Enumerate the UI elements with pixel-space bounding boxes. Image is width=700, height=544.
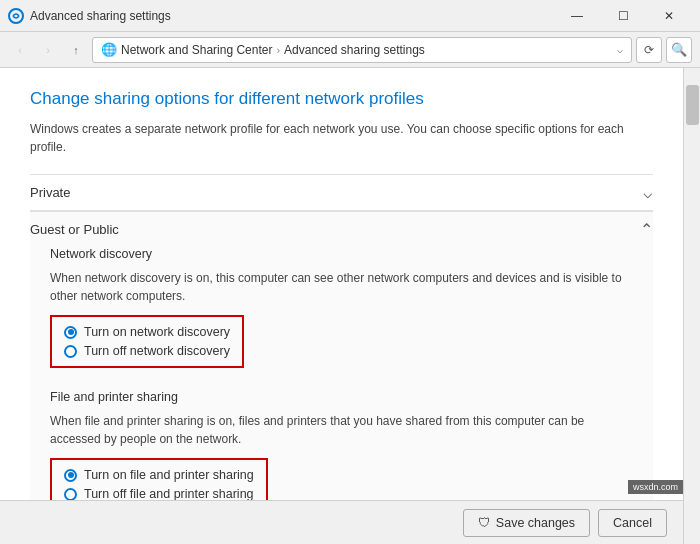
titlebar-controls: — ☐ ✕ [554, 0, 692, 32]
private-profile-label: Private [30, 185, 70, 200]
save-changes-label: Save changes [496, 516, 575, 530]
address-dropdown-icon[interactable]: ⌵ [617, 44, 623, 55]
turn-off-file-printer-radio[interactable] [64, 488, 77, 501]
network-discovery-radio-group: Turn on network discovery Turn off netwo… [50, 315, 244, 368]
minimize-button[interactable]: — [554, 0, 600, 32]
turn-off-network-discovery-radio[interactable] [64, 345, 77, 358]
scrollbar-thumb[interactable] [686, 85, 699, 125]
breadcrumb-sep-1: › [276, 44, 280, 56]
guest-public-header[interactable]: Guest or Public ⌃ [30, 211, 653, 247]
main-area: Change sharing options for different net… [0, 68, 700, 544]
network-discovery-desc: When network discovery is on, this compu… [50, 269, 633, 305]
guest-public-section: Guest or Public ⌃ Network discovery When… [30, 210, 653, 525]
back-button[interactable]: ‹ [8, 38, 32, 62]
forward-button[interactable]: › [36, 38, 60, 62]
scrollbar[interactable] [683, 68, 700, 544]
titlebar-title: Advanced sharing settings [30, 9, 554, 23]
private-profile-section: Private ⌵ [30, 174, 653, 210]
turn-off-network-discovery-label: Turn off network discovery [84, 344, 230, 358]
breadcrumb-network: Network and Sharing Center [121, 43, 272, 57]
refresh-button[interactable]: ⟳ [636, 37, 662, 63]
bottom-bar: 🛡 Save changes Cancel [0, 500, 683, 544]
file-printer-sharing-title: File and printer sharing [50, 390, 633, 404]
turn-on-network-discovery-radio[interactable] [64, 326, 77, 339]
titlebar: Advanced sharing settings — ☐ ✕ [0, 0, 700, 32]
page-description: Windows creates a separate network profi… [30, 120, 653, 156]
content-area: Change sharing options for different net… [0, 68, 683, 544]
turn-off-file-printer-label: Turn off file and printer sharing [84, 487, 254, 501]
network-icon: 🌐 [101, 42, 117, 57]
cancel-button[interactable]: Cancel [598, 509, 667, 537]
turn-on-file-printer-option[interactable]: Turn on file and printer sharing [64, 468, 254, 482]
addressbar: ‹ › ↑ 🌐 Network and Sharing Center › Adv… [0, 32, 700, 68]
turn-on-file-printer-label: Turn on file and printer sharing [84, 468, 254, 482]
file-printer-sharing-desc: When file and printer sharing is on, fil… [50, 412, 633, 448]
maximize-button[interactable]: ☐ [600, 0, 646, 32]
private-toggle-icon: ⌵ [643, 183, 653, 202]
svg-point-0 [9, 9, 23, 23]
search-button[interactable]: 🔍 [666, 37, 692, 63]
breadcrumb-current: Advanced sharing settings [284, 43, 425, 57]
guest-public-label: Guest or Public [30, 222, 119, 237]
turn-off-file-printer-option[interactable]: Turn off file and printer sharing [64, 487, 254, 501]
network-discovery-title: Network discovery [50, 247, 633, 261]
private-profile-header[interactable]: Private ⌵ [30, 174, 653, 210]
page-heading: Change sharing options for different net… [30, 88, 653, 110]
titlebar-icon [8, 8, 24, 24]
turn-on-file-printer-radio[interactable] [64, 469, 77, 482]
breadcrumb: Network and Sharing Center › Advanced sh… [121, 43, 425, 57]
turn-on-network-discovery-option[interactable]: Turn on network discovery [64, 325, 230, 339]
guest-public-toggle-icon: ⌃ [640, 220, 653, 239]
network-discovery-section: Network discovery When network discovery… [30, 247, 653, 382]
turn-off-network-discovery-option[interactable]: Turn off network discovery [64, 344, 230, 358]
close-button[interactable]: ✕ [646, 0, 692, 32]
turn-on-network-discovery-label: Turn on network discovery [84, 325, 230, 339]
shield-icon: 🛡 [478, 516, 491, 530]
watermark: wsxdn.com [628, 480, 683, 494]
save-changes-button[interactable]: 🛡 Save changes [463, 509, 590, 537]
address-box[interactable]: 🌐 Network and Sharing Center › Advanced … [92, 37, 632, 63]
up-button[interactable]: ↑ [64, 38, 88, 62]
